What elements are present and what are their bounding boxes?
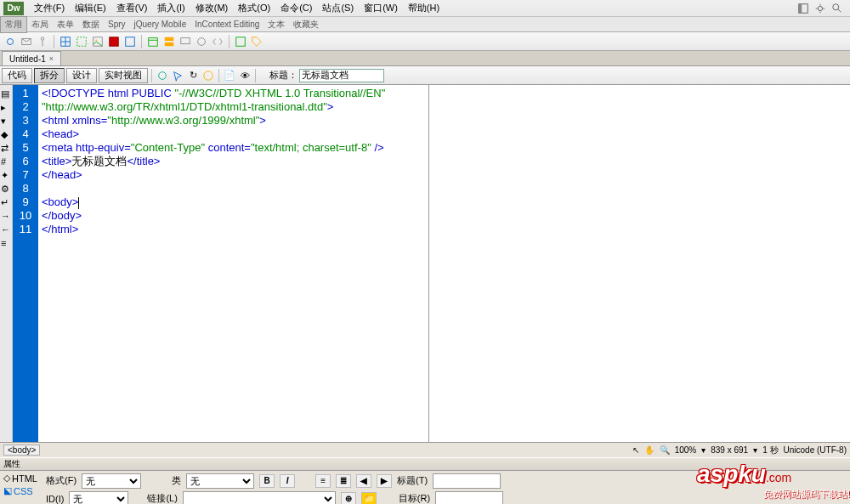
tag-selector[interactable]: <body> <box>3 445 40 456</box>
zoom-icon[interactable]: 🔍 <box>660 445 670 455</box>
script-icon[interactable] <box>211 35 224 48</box>
svg-rect-15 <box>126 37 135 46</box>
encoding[interactable]: Unicode (UTF-8) <box>784 445 847 455</box>
search-icon[interactable] <box>831 3 843 14</box>
category-tab[interactable]: 数据 <box>78 17 104 32</box>
svg-rect-16 <box>149 37 158 46</box>
insert-toolbar <box>0 32 850 51</box>
menu-item[interactable]: 站点(S) <box>317 0 359 16</box>
widget-icon[interactable] <box>123 35 137 48</box>
view-button-拆分[interactable]: 拆分 <box>34 68 65 83</box>
refresh-icon[interactable]: ↻ <box>186 69 200 82</box>
menu-item[interactable]: 帮助(H) <box>403 0 445 16</box>
zoom-level[interactable]: 100% <box>675 445 697 455</box>
svg-point-24 <box>204 71 213 80</box>
live-code-icon[interactable] <box>156 69 169 82</box>
menu-item[interactable]: 编辑(E) <box>70 0 111 16</box>
window-size[interactable]: 839 x 691 <box>711 445 748 455</box>
server-icon[interactable] <box>162 35 176 48</box>
class-select[interactable]: 无 <box>186 473 254 489</box>
title-label: 标题： <box>269 69 298 82</box>
category-tab[interactable]: 常用 <box>0 16 27 33</box>
html-mode-button[interactable]: ◇ HTML <box>3 473 46 484</box>
ul-button[interactable]: ≡ <box>315 474 331 488</box>
anchor-icon[interactable] <box>36 35 49 48</box>
id-label: ID(I) <box>46 494 64 504</box>
menu-item[interactable]: 格式(O) <box>233 0 275 16</box>
line-num-icon[interactable]: # <box>1 156 11 167</box>
download-time: 1 秒 <box>762 445 778 456</box>
link-select[interactable] <box>183 491 336 505</box>
open-docs-icon[interactable]: ▤ <box>1 88 11 99</box>
indent-icon[interactable]: → <box>1 211 11 221</box>
code-editor[interactable]: 1234567891011 <!DOCTYPE html PUBLIC "-//… <box>13 85 429 442</box>
link-target-icon[interactable]: ⊕ <box>341 492 356 505</box>
view-button-实时视图[interactable]: 实时视图 <box>99 68 148 83</box>
wrap-icon[interactable]: ↵ <box>1 197 11 207</box>
ol-button[interactable]: ≣ <box>336 474 351 488</box>
indent-button[interactable]: ▶ <box>377 474 392 488</box>
italic-button[interactable]: I <box>280 474 295 488</box>
bold-button[interactable]: B <box>259 474 275 488</box>
svg-rect-11 <box>77 37 87 46</box>
id-select[interactable]: 无 <box>69 491 128 505</box>
browse-icon[interactable] <box>201 69 215 82</box>
menu-item[interactable]: 窗口(W) <box>359 0 403 16</box>
date-icon[interactable] <box>146 35 160 48</box>
format-icon[interactable]: ≡ <box>1 238 11 248</box>
category-tab[interactable]: 文本 <box>264 17 289 32</box>
preview-icon[interactable]: 👁 <box>238 69 252 82</box>
code-content[interactable]: <!DOCTYPE html PUBLIC "-//W3C//DTD XHTML… <box>38 85 428 442</box>
format-select[interactable]: 无 <box>82 473 141 489</box>
pointer-icon[interactable]: ↖ <box>632 445 639 455</box>
media-icon[interactable] <box>107 35 121 48</box>
title-attr-label: 标题(T) <box>397 474 428 487</box>
title-input[interactable] <box>299 69 384 82</box>
title-attr-input[interactable] <box>433 473 501 489</box>
layout-icon[interactable] <box>797 3 809 14</box>
comment-icon[interactable] <box>178 35 192 48</box>
tag-icon[interactable] <box>250 35 264 48</box>
select-parent-icon[interactable]: ◆ <box>1 129 11 139</box>
gear-icon[interactable] <box>814 3 826 14</box>
outdent-icon[interactable]: ← <box>1 224 11 235</box>
collapse-icon[interactable]: ▸ <box>1 102 11 112</box>
category-tab[interactable]: jQuery Mobile <box>130 18 191 31</box>
menu-item[interactable]: 命令(C) <box>275 0 317 16</box>
outdent-button[interactable]: ◀ <box>356 474 371 488</box>
close-icon[interactable]: × <box>49 54 54 63</box>
browse-file-icon[interactable]: 📁 <box>361 492 377 505</box>
file-mgmt-icon[interactable]: 📄 <box>223 69 236 82</box>
image-icon[interactable] <box>91 35 105 48</box>
expand-icon[interactable]: ▾ <box>1 116 11 126</box>
category-tab[interactable]: 布局 <box>27 17 53 32</box>
table-icon[interactable] <box>59 35 72 48</box>
head-icon[interactable] <box>195 35 208 48</box>
css-mode-button[interactable]: ⬕ CSS <box>3 485 46 496</box>
menu-item[interactable]: 修改(M) <box>190 0 234 16</box>
category-tab[interactable]: InContext Editing <box>190 18 264 31</box>
template-icon[interactable] <box>234 35 247 48</box>
svg-point-3 <box>833 3 839 9</box>
highlight-icon[interactable]: ✦ <box>1 170 11 180</box>
category-tab[interactable]: 收藏夹 <box>289 17 323 32</box>
menu-item[interactable]: 查看(V) <box>111 0 153 16</box>
div-icon[interactable] <box>75 35 88 48</box>
design-preview[interactable] <box>429 85 850 442</box>
inspect-icon[interactable] <box>171 69 184 82</box>
view-button-代码[interactable]: 代码 <box>2 68 32 83</box>
target-input[interactable] <box>435 491 503 505</box>
document-tab[interactable]: Untitled-1 × <box>2 51 61 65</box>
menubar: Dw 文件(F)编辑(E)查看(V)插入(I)修改(M)格式(O)命令(C)站点… <box>0 0 850 17</box>
hyperlink-icon[interactable] <box>3 35 17 48</box>
category-tab[interactable]: 表单 <box>53 17 78 32</box>
hand-icon[interactable]: ✋ <box>644 445 654 455</box>
category-tab[interactable]: Spry <box>104 18 130 31</box>
email-icon[interactable] <box>20 35 33 48</box>
menu-item[interactable]: 插入(I) <box>152 0 190 16</box>
syntax-icon[interactable]: ⚙ <box>1 184 11 194</box>
view-button-设计[interactable]: 设计 <box>66 68 97 83</box>
menu-item[interactable]: 文件(F) <box>29 0 70 16</box>
balance-icon[interactable]: ⇄ <box>1 143 11 153</box>
svg-line-4 <box>838 8 842 12</box>
